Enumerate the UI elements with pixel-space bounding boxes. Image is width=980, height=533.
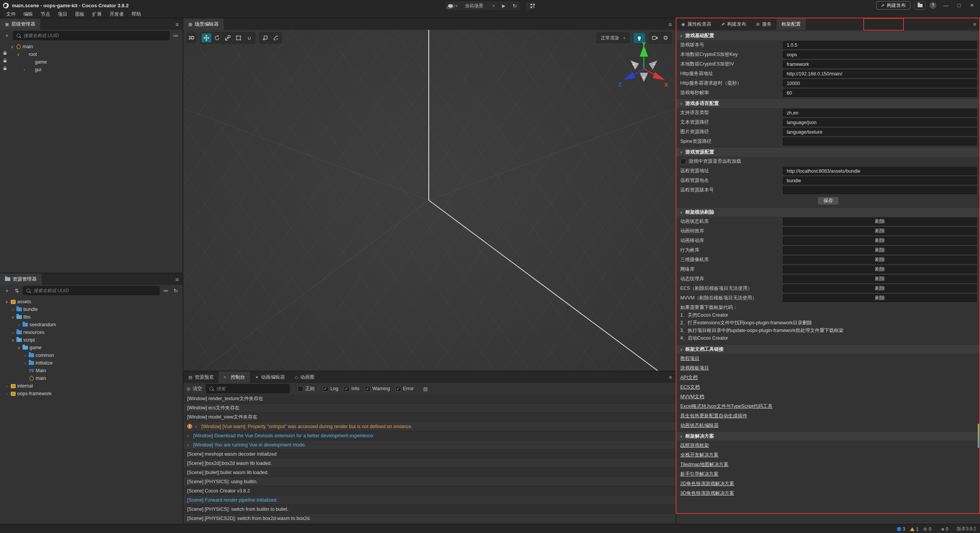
expand-arrow-icon[interactable]: › — [4, 391, 10, 396]
tree-node[interactable]: › internal — [0, 382, 183, 390]
tree-node[interactable]: › seedrandom — [0, 321, 183, 329]
menu-item[interactable]: 节点 — [37, 11, 54, 18]
field-input[interactable]: 60 — [783, 89, 977, 97]
remove-module-button[interactable]: 剔除 — [783, 265, 977, 273]
solution-link[interactable]: Tiledmap地图解决方案 — [680, 461, 728, 468]
rotate-tool-button[interactable] — [212, 33, 222, 43]
tree-node[interactable]: ∨ libs — [0, 313, 183, 321]
tree-node[interactable]: main — [0, 374, 183, 382]
expand-arrow-icon[interactable]: ∨ — [16, 345, 22, 350]
tree-node[interactable]: › oops-framework — [0, 390, 183, 397]
section-game-resources[interactable]: ∨ 游戏资源配置 — [676, 147, 980, 157]
tree-node[interactable]: ∨ root — [0, 51, 183, 58]
expand-arrow-icon[interactable]: › — [10, 330, 16, 335]
maximize-button[interactable]: □ — [953, 1, 965, 10]
solution-link[interactable]: 3D角色扮演游戏解决方案 — [680, 490, 734, 497]
expand-arrow-icon[interactable] — [195, 424, 201, 429]
help-button[interactable]: ? — [929, 2, 936, 9]
filter-button[interactable]: ≔ — [172, 31, 180, 40]
panel-menu-icon[interactable]: ≡ — [668, 18, 672, 30]
menu-item[interactable]: 编辑 — [20, 11, 37, 18]
panel-menu-icon[interactable]: ≡ — [175, 273, 179, 285]
solution-link[interactable]: 2D角色扮演游戏解决方案 — [680, 481, 734, 487]
assets-search-input[interactable] — [33, 288, 156, 294]
doc-link[interactable]: Excel格式转Json文件与TypeScript代码工具 — [680, 403, 773, 410]
rotation-snap-button[interactable] — [271, 33, 281, 43]
log-filter-checkbox[interactable]: Error — [395, 386, 414, 392]
log-row[interactable]: [Scene] [PHYSICS]: switch from builtin t… — [183, 505, 676, 514]
tree-node[interactable]: ∨ main — [0, 43, 183, 51]
field-input[interactable]: oops — [783, 51, 977, 59]
tree-node[interactable]: ∨ game — [0, 344, 183, 352]
expand-arrow-icon[interactable] — [187, 442, 193, 448]
expand-arrow-icon[interactable]: › — [22, 361, 28, 365]
log-row[interactable]: [Scene] [box2d]:box2d wasm lib loaded. — [183, 459, 676, 468]
doc-link[interactable]: MVVM文档 — [680, 394, 704, 400]
menu-item[interactable]: 扩展 — [88, 11, 106, 18]
preview-qr-button[interactable] — [525, 1, 536, 10]
inspector-tab[interactable]: 属性检查器 — [676, 18, 716, 30]
expand-arrow-icon[interactable]: ∨ — [10, 338, 16, 343]
field-input[interactable]: 10000 — [783, 79, 977, 87]
menu-item[interactable]: 帮助 — [128, 11, 145, 18]
reload-button[interactable]: ↻ — [509, 1, 520, 10]
close-button[interactable]: × — [966, 1, 978, 10]
tab-scene-editor[interactable]: 场景编辑器 — [183, 18, 224, 30]
log-row[interactable]: [Window] [Vue warn]: Property "onInput" … — [183, 422, 676, 431]
expand-arrow-icon[interactable]: › — [21, 67, 27, 72]
field-input[interactable] — [783, 137, 977, 146]
remove-module-button[interactable]: 剔除 — [783, 217, 977, 226]
play-button[interactable]: ▶ — [499, 1, 509, 10]
status-error-count[interactable]: ⊗ 0 — [923, 526, 931, 532]
log-row[interactable]: [Scene] [PHYSICS]: using builtin. — [183, 477, 676, 486]
panel-menu-icon[interactable]: ≡ — [669, 371, 672, 383]
rect-tool-button[interactable] — [234, 33, 243, 43]
filter-button[interactable]: ≔ — [162, 286, 170, 295]
expand-arrow-icon[interactable]: › — [16, 322, 22, 327]
scale-tool-button[interactable] — [223, 33, 233, 43]
console-tab[interactable]: 动画图 — [290, 371, 320, 383]
tree-node[interactable]: › gui — [0, 66, 183, 74]
status-warning-count[interactable]: 1 — [910, 526, 919, 532]
clear-console-button[interactable]: ⊘ 清空 — [186, 386, 202, 392]
field-input[interactable]: bundle — [783, 177, 977, 185]
expand-arrow-icon[interactable]: ∨ — [9, 44, 15, 49]
inspector-tab[interactable]: 框架配置 — [777, 18, 806, 30]
field-input[interactable]: 1.0.5 — [783, 41, 977, 49]
field-input[interactable]: zh,en — [783, 109, 977, 117]
doc-link[interactable]: 原生包热更新配置自动生成插件 — [680, 413, 747, 419]
remove-module-button[interactable]: 剔除 — [783, 294, 977, 302]
field-input[interactable]: http://localhost:8083/assets/bundle — [783, 167, 977, 175]
create-node-button[interactable]: + — [3, 31, 11, 40]
status-other-count[interactable]: ◆ 0 — [941, 526, 948, 532]
status-info-count[interactable]: 3 — [897, 526, 905, 532]
field-input[interactable]: framework — [783, 60, 977, 68]
section-solutions[interactable]: ∨ 框架解决方案 — [676, 431, 980, 441]
tree-node[interactable]: ∨ script — [0, 336, 183, 344]
regex-checkbox[interactable]: 正则 — [297, 386, 315, 392]
log-filter-checkbox[interactable]: Log — [323, 386, 338, 392]
solution-link[interactable]: 新手引导解决方案 — [680, 471, 719, 477]
log-row[interactable]: [Window] Download the Vue Devtools exten… — [183, 431, 676, 440]
sort-assets-button[interactable]: ⇅ — [13, 286, 21, 295]
console-search-input[interactable] — [216, 386, 286, 392]
doc-link[interactable]: API文档 — [680, 374, 697, 381]
log-file-button[interactable]: ▤ — [422, 384, 430, 393]
menu-item[interactable]: 开发者 — [106, 11, 128, 18]
move-tool-button[interactable] — [201, 33, 211, 43]
save-button[interactable]: 保存 — [818, 197, 839, 205]
expand-arrow-icon[interactable]: ∨ — [10, 315, 16, 320]
create-asset-button[interactable]: + — [3, 286, 11, 295]
console-tab[interactable]: 控制台 — [219, 371, 250, 383]
remove-module-button[interactable]: 剔除 — [783, 256, 977, 264]
refresh-assets-button[interactable]: ↻ — [172, 286, 180, 295]
log-row[interactable]: [Scene] Cocos Creator v3.8.2 — [183, 486, 676, 495]
preview-target-button[interactable]: ∨ — [444, 1, 461, 10]
inspector-tab[interactable]: 构建发布 — [716, 18, 751, 30]
tree-node[interactable]: › initialize — [0, 359, 183, 367]
scene-select[interactable]: 当前场景 ∨ — [462, 1, 498, 10]
solution-link[interactable]: 战棋游戏框架 — [680, 442, 709, 449]
tree-node[interactable]: › common — [0, 352, 183, 359]
hierarchy-search-input[interactable] — [23, 33, 166, 39]
log-filter-checkbox[interactable]: Info — [344, 386, 359, 392]
